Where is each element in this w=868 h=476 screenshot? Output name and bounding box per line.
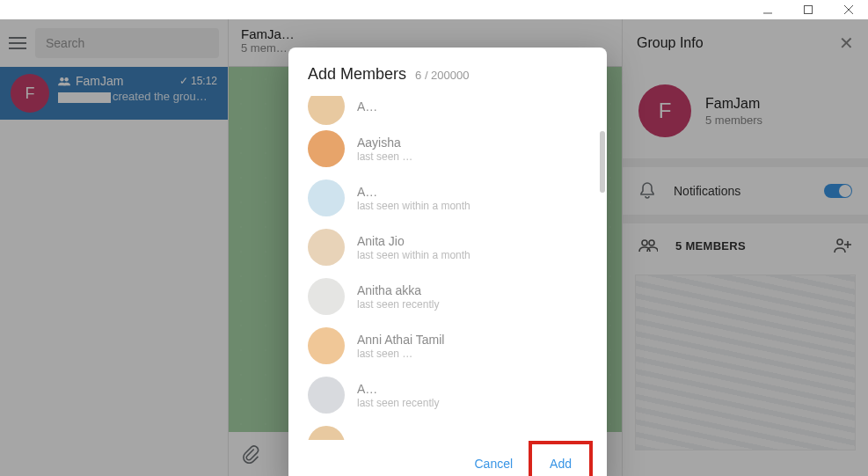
contact-item[interactable]: Aayishalast seen … bbox=[308, 124, 600, 173]
contact-status: last seen … bbox=[357, 150, 412, 163]
contact-status: last seen … bbox=[357, 348, 444, 360]
cancel-button[interactable]: Cancel bbox=[458, 448, 529, 476]
contact-avatar bbox=[308, 377, 345, 414]
contact-name: A… bbox=[357, 99, 377, 114]
contact-name: A… bbox=[357, 185, 470, 199]
contact-item[interactable]: A…last seen within a month bbox=[308, 173, 600, 223]
contact-avatar bbox=[308, 96, 345, 125]
contact-name: Anitha akka bbox=[357, 283, 439, 297]
contact-name: Aayisha bbox=[357, 135, 412, 150]
contact-avatar bbox=[308, 327, 345, 364]
contact-item[interactable]: Anitha akkalast seen recently bbox=[308, 272, 600, 321]
contact-item[interactable]: Anni Athai Tamillast seen … bbox=[308, 321, 600, 370]
contact-name: A… bbox=[357, 382, 439, 396]
contact-item[interactable]: Anita Jiolast seen within a month bbox=[308, 223, 600, 272]
contact-item[interactable]: A… bbox=[308, 420, 600, 440]
contact-item[interactable]: A… bbox=[308, 96, 600, 124]
window-minimize-button[interactable] bbox=[755, 1, 780, 18]
add-button-highlight: Add bbox=[529, 441, 593, 476]
contact-name: A… bbox=[357, 437, 377, 441]
contact-status: last seen recently bbox=[357, 298, 439, 311]
add-members-modal: Add Members 6 / 200000 A…Aayishalast see… bbox=[288, 48, 607, 476]
contact-item[interactable]: A…last seen recently bbox=[308, 370, 600, 420]
window-titlebar bbox=[0, 0, 868, 19]
contact-name: Anni Athai Tamil bbox=[357, 333, 444, 347]
contact-avatar bbox=[308, 179, 345, 216]
window-close-button[interactable] bbox=[836, 1, 861, 18]
contact-avatar bbox=[308, 130, 345, 167]
scrollbar-thumb[interactable] bbox=[600, 131, 605, 193]
contacts-list[interactable]: A…Aayishalast seen …A…last seen within a… bbox=[288, 96, 607, 440]
contact-status: last seen recently bbox=[357, 397, 439, 409]
svg-rect-1 bbox=[805, 6, 813, 14]
contact-avatar bbox=[308, 229, 345, 266]
contact-status: last seen within a month bbox=[357, 249, 470, 261]
add-button[interactable]: Add bbox=[534, 448, 587, 476]
modal-count: 6 / 200000 bbox=[415, 69, 469, 82]
contact-status: last seen within a month bbox=[357, 200, 470, 212]
modal-title: Add Members bbox=[308, 65, 406, 84]
contact-name: Anita Jio bbox=[357, 234, 470, 248]
window-maximize-button[interactable] bbox=[796, 1, 821, 18]
contact-avatar bbox=[308, 278, 345, 315]
contact-avatar bbox=[308, 426, 345, 440]
